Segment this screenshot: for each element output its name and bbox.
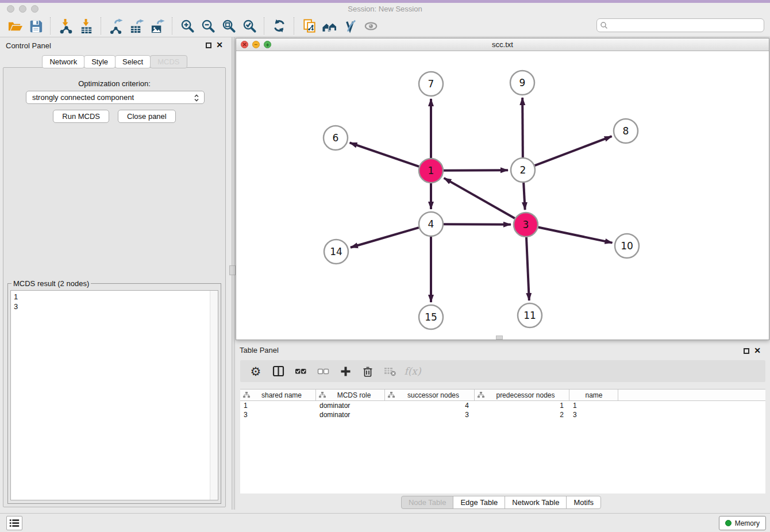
unchecked-boxes-icon <box>317 367 329 376</box>
canvas-splitter-handle[interactable] <box>496 336 503 340</box>
app-home-button[interactable] <box>319 17 340 35</box>
zoom-in-icon <box>180 18 195 34</box>
export-network-icon <box>109 18 124 34</box>
show-columns-button[interactable] <box>270 363 287 380</box>
select-chevrons-icon <box>192 93 201 103</box>
import-network-button[interactable] <box>55 17 76 35</box>
splitter-handle[interactable] <box>229 265 236 275</box>
node-label: 3 <box>523 219 529 230</box>
deselect-all-button[interactable] <box>314 363 332 380</box>
list-icon <box>9 518 20 529</box>
tab-motifs[interactable]: Motifs <box>566 496 601 509</box>
column-tree-icon <box>243 392 250 398</box>
import-network-icon <box>58 18 74 34</box>
toolbar-separator <box>172 17 173 34</box>
node-table-body: 1dominator4113dominator323 <box>240 401 765 419</box>
edge-3-10[interactable] <box>538 228 613 243</box>
show-hide-button[interactable] <box>361 17 382 35</box>
criterion-select[interactable]: strongly connected component <box>26 91 205 104</box>
edge-1-2[interactable] <box>444 170 508 171</box>
mcds-result-text[interactable]: 1 3 <box>10 290 218 500</box>
network-window-titlebar[interactable]: ✕ − ＋ scc.txt <box>236 38 769 51</box>
edge-2-8[interactable] <box>535 136 612 165</box>
cell-shared-name: 3 <box>240 411 316 419</box>
edge-1-6[interactable] <box>350 142 419 166</box>
export-table-button[interactable] <box>126 17 147 35</box>
result-scrollbar[interactable] <box>210 291 218 500</box>
table-row[interactable]: 3dominator323 <box>240 410 765 419</box>
column-header-mcds-role[interactable]: MCDS role <box>316 390 385 400</box>
cell-successor-nodes: 3 <box>385 411 475 419</box>
mcds-buttons-row: Run MCDS Close panel <box>3 110 225 123</box>
save-session-button[interactable] <box>25 17 46 35</box>
cell-name: 3 <box>569 411 618 419</box>
trash-icon <box>362 365 374 377</box>
hide-graphics-details-button[interactable] <box>340 17 361 35</box>
zoom-selected-button[interactable] <box>239 17 260 35</box>
search-field-wrap <box>596 18 764 32</box>
import-table-button[interactable] <box>76 17 97 35</box>
float-panel-icon[interactable] <box>206 43 211 48</box>
edge-4-3[interactable] <box>444 224 511 225</box>
table-options-button[interactable]: ⚙ <box>247 363 264 380</box>
toolbar-separator <box>264 17 265 34</box>
folder-open-icon <box>7 18 23 34</box>
zoom-in-button[interactable] <box>177 17 198 35</box>
close-panel-icon[interactable]: ✕ <box>216 40 223 49</box>
columns-icon <box>272 365 284 377</box>
memory-button[interactable]: Memory <box>719 516 766 530</box>
control-panel: Control Panel ✕ NetworkStyleSelectMCDS O… <box>0 37 230 510</box>
refresh-view-button[interactable] <box>269 17 290 35</box>
network-graph: 7968124314101511 <box>236 51 769 340</box>
run-mcds-button[interactable]: Run MCDS <box>53 110 109 123</box>
node-label: 7 <box>428 78 434 90</box>
zoom-fit-icon <box>221 18 237 34</box>
tab-select[interactable]: Select <box>115 55 151 68</box>
edge-3-1[interactable] <box>444 178 515 218</box>
zoom-fit-button[interactable] <box>218 17 239 35</box>
cell-mcds-role: dominator <box>316 411 385 419</box>
gear-icon: ⚙ <box>251 365 261 377</box>
cell-name: 1 <box>569 402 618 410</box>
tab-network[interactable]: Network <box>42 55 84 68</box>
tab-node-table[interactable]: Node Table <box>401 496 454 509</box>
node-label: 8 <box>623 125 629 137</box>
close-panel-button[interactable]: Close panel <box>118 110 176 123</box>
network-view-window: ✕ − ＋ scc.txt 7968124314101511 <box>236 38 769 340</box>
memory-label: Memory <box>735 519 760 527</box>
column-tree-icon <box>319 392 326 398</box>
edge-2-9[interactable] <box>522 98 523 157</box>
delete-table-icon <box>384 366 396 376</box>
network-canvas[interactable]: 7968124314101511 <box>236 51 769 340</box>
column-header-predecessor-nodes[interactable]: predecessor nodes <box>475 390 569 400</box>
float-table-panel-icon[interactable] <box>744 348 749 354</box>
plus-icon <box>340 366 351 377</box>
close-table-panel-icon[interactable]: ✕ <box>754 346 761 355</box>
edge-3-11[interactable] <box>526 237 529 300</box>
export-image-button[interactable] <box>147 17 168 35</box>
node-label: 1 <box>428 165 434 176</box>
node-label: 2 <box>520 164 526 176</box>
column-header-successor-nodes[interactable]: successor nodes <box>385 390 475 400</box>
open-file-button[interactable] <box>5 17 25 35</box>
node-label: 6 <box>333 132 339 144</box>
export-network-button[interactable] <box>106 17 126 35</box>
edge-2-3[interactable] <box>523 183 525 210</box>
tab-style[interactable]: Style <box>84 55 116 68</box>
table-row[interactable]: 1dominator411 <box>240 401 765 410</box>
refresh-icon <box>272 18 287 33</box>
task-history-button[interactable] <box>6 516 22 530</box>
create-column-button[interactable] <box>337 363 354 380</box>
tab-mcds[interactable]: MCDS <box>150 55 187 68</box>
search-input[interactable] <box>596 18 764 32</box>
clone-network-button[interactable] <box>299 17 319 35</box>
column-header-shared-name[interactable]: shared name <box>240 390 316 400</box>
select-all-button[interactable] <box>292 363 309 380</box>
zoom-out-button[interactable] <box>198 17 218 35</box>
delete-column-button[interactable] <box>359 363 376 380</box>
column-header-name[interactable]: name <box>569 390 618 400</box>
tab-edge-table[interactable]: Edge Table <box>453 496 505 509</box>
column-tree-icon <box>478 392 484 398</box>
edge-4-14[interactable] <box>351 228 419 248</box>
tab-network-table[interactable]: Network Table <box>505 496 567 509</box>
